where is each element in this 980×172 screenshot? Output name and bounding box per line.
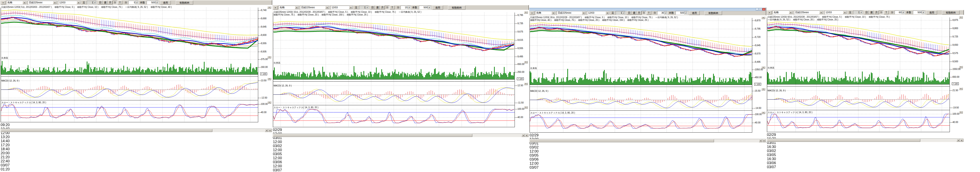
- period-button-2[interactable]: 月: [108, 1, 113, 5]
- pane-scale-button[interactable]: ▼: [524, 61, 528, 63]
- pane-scale-button[interactable]: ▼: [524, 11, 528, 14]
- bars-spinner[interactable]: 500◢: [419, 6, 431, 10]
- period-button-4[interactable]: T: [646, 11, 651, 15]
- symbol-select[interactable]: 日経225mini▼: [28, 1, 57, 5]
- multi-symbol-button[interactable]: 複数銘柄: [942, 11, 959, 14]
- spinner-icon[interactable]: ◢: [135, 1, 138, 4]
- spinner-icon[interactable]: ◢: [622, 11, 625, 14]
- scrollbar-thumb[interactable]: [767, 139, 920, 142]
- pane-scale-button[interactable]: ▼: [761, 88, 765, 90]
- spinner-icon[interactable]: ◢: [902, 11, 904, 14]
- multi-symbol-button[interactable]: 複数銘柄: [705, 11, 722, 15]
- spinner-icon[interactable]: ◢: [155, 1, 158, 4]
- maximize-button[interactable]: □: [759, 8, 762, 11]
- chevron-down-icon[interactable]: ▼: [843, 11, 847, 14]
- window-menu-button[interactable]: ▼: [1, 1, 5, 5]
- window-menu-button[interactable]: ▼: [530, 11, 534, 15]
- spinner-icon[interactable]: ◢: [428, 6, 431, 9]
- contract-select[interactable]: 12/03▼: [58, 1, 81, 5]
- symbol-select[interactable]: 日経225mini▼: [557, 11, 586, 15]
- apply-button[interactable]: 適用: [926, 11, 937, 14]
- period-button-3[interactable]: 分: [385, 6, 390, 10]
- spinner-icon[interactable]: ◢: [684, 11, 687, 14]
- bars-spinner[interactable]: 500◢: [913, 11, 925, 14]
- spinner-icon[interactable]: ◢: [366, 6, 368, 9]
- bar-count-spinner[interactable]: 1◢: [87, 1, 97, 5]
- contract-select[interactable]: 12/03▼: [330, 6, 353, 10]
- minute-spinner[interactable]: 30◢: [657, 11, 668, 15]
- spinner-icon[interactable]: ◢: [407, 6, 410, 9]
- pane-scale-button[interactable]: ▼: [761, 16, 765, 19]
- chevron-down-icon[interactable]: ▼: [819, 11, 823, 14]
- scroll-right-icon[interactable]: ►: [762, 139, 766, 142]
- scrollbar-thumb[interactable]: [273, 134, 473, 137]
- contract-select[interactable]: 12/03▼: [824, 11, 847, 14]
- category-select[interactable]: 先物▼: [773, 11, 793, 14]
- category-select[interactable]: 先物▼: [6, 1, 27, 5]
- apply-button[interactable]: 適用: [432, 6, 443, 10]
- chevron-down-icon[interactable]: ▼: [22, 1, 26, 4]
- pane-scale-button[interactable]: ▼: [267, 6, 271, 9]
- window-menu-button[interactable]: ▼: [273, 6, 278, 10]
- minute-spinner[interactable]: 15◢: [401, 6, 411, 10]
- period-button-1[interactable]: 週: [103, 1, 108, 5]
- pane-scale-button[interactable]: ▼: [959, 111, 963, 114]
- period-button-0[interactable]: 日: [98, 1, 103, 5]
- category-select[interactable]: 先物▼: [535, 11, 556, 15]
- apply-button[interactable]: 適用: [160, 1, 171, 5]
- period-button-1[interactable]: 週: [632, 11, 636, 15]
- scrollbar-thumb[interactable]: [530, 139, 714, 142]
- scroll-left-icon[interactable]: ◄: [759, 139, 762, 142]
- period-button-4[interactable]: T: [884, 11, 889, 14]
- period-button-1[interactable]: 週: [869, 11, 874, 14]
- pane-scale-button[interactable]: ▼: [959, 66, 963, 68]
- pane-scale-button[interactable]: ▼: [267, 101, 271, 104]
- chevron-down-icon[interactable]: ▼: [606, 11, 609, 14]
- symbol-select[interactable]: 日経225mini▼: [794, 11, 824, 14]
- spinner-icon[interactable]: ◢: [859, 11, 862, 14]
- category-select[interactable]: 先物▼: [278, 6, 299, 10]
- period-button-3[interactable]: 分: [641, 11, 646, 15]
- period-button-1[interactable]: 週: [375, 6, 380, 10]
- chevron-down-icon[interactable]: ▼: [552, 11, 555, 14]
- period-button-0[interactable]: 日: [627, 11, 632, 15]
- chevron-down-icon[interactable]: ▼: [789, 11, 793, 14]
- period-button-4[interactable]: T: [390, 6, 395, 10]
- close-icon[interactable]: ×: [762, 8, 765, 11]
- period-button-2[interactable]: 月: [380, 6, 385, 10]
- bars-spinner[interactable]: 500◢: [676, 11, 687, 15]
- pane-scale-button[interactable]: ▼: [524, 106, 528, 109]
- chevron-down-icon[interactable]: ▼: [325, 6, 329, 9]
- window-menu-button[interactable]: ▼: [767, 11, 772, 14]
- multi-symbol-button[interactable]: 複数銘柄: [176, 1, 193, 5]
- scroll-right-icon[interactable]: ►: [269, 129, 272, 132]
- bars-spinner[interactable]: 500◢: [146, 1, 159, 5]
- scroll-left-icon[interactable]: ◄: [956, 139, 960, 142]
- period-button-3[interactable]: 分: [879, 11, 884, 14]
- period-button-0[interactable]: 日: [370, 6, 375, 10]
- symbol-select[interactable]: 日経225mini▼: [300, 6, 329, 10]
- pane-scale-button[interactable]: ▼: [761, 111, 765, 114]
- pane-scale-button[interactable]: ▼: [959, 16, 963, 19]
- chevron-down-icon[interactable]: ▼: [53, 1, 57, 4]
- spinner-icon[interactable]: ◢: [93, 1, 96, 4]
- pane-scale-button[interactable]: ▼: [761, 66, 765, 69]
- horizontal-scrollbar[interactable]: ◄►: [529, 139, 766, 142]
- spinner-icon[interactable]: ◢: [922, 11, 924, 14]
- window-titlebar[interactable]: _□×: [529, 8, 766, 11]
- horizontal-scrollbar[interactable]: ◄►: [767, 138, 964, 142]
- minimize-button[interactable]: _: [756, 8, 759, 11]
- period-button-3[interactable]: 分: [113, 1, 117, 5]
- scrollbar-thumb[interactable]: [1, 129, 212, 132]
- pane-scale-button[interactable]: ▼: [524, 83, 528, 85]
- scroll-right-icon[interactable]: ►: [525, 134, 528, 137]
- horizontal-scrollbar[interactable]: ◄►: [0, 129, 272, 132]
- multi-symbol-button[interactable]: 複数銘柄: [448, 6, 465, 10]
- contract-select[interactable]: 12/03▼: [587, 11, 610, 15]
- period-button-0[interactable]: 日: [864, 11, 869, 14]
- period-button-4[interactable]: T: [118, 1, 122, 5]
- scroll-left-icon[interactable]: ◄: [522, 134, 525, 137]
- pane-scale-button[interactable]: ▼: [267, 56, 271, 58]
- chevron-down-icon[interactable]: ▼: [77, 1, 81, 4]
- apply-button[interactable]: 適用: [689, 11, 700, 15]
